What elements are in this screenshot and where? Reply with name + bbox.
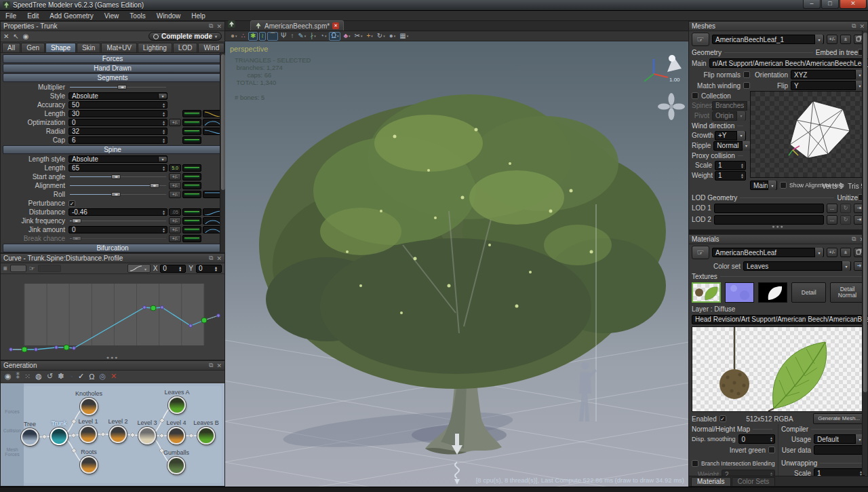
close-panel-icon[interactable]: ✕ (216, 362, 222, 369)
spinner-icons[interactable]: ▲▼ (161, 227, 167, 233)
lod1-field[interactable] (714, 204, 824, 213)
disp-smoothing-field[interactable]: 0▲▼ (738, 434, 775, 444)
cap-field[interactable]: 6▲▼ (68, 136, 167, 144)
tab-all[interactable]: All (2, 43, 20, 52)
drop-icon[interactable]: ◔▾ (319, 32, 328, 41)
chevron-down-icon[interactable]: ▾ (349, 34, 351, 38)
chevron-down-icon[interactable]: ▾ (337, 34, 339, 38)
mesh-preview[interactable] (750, 91, 866, 178)
properties-scrollbar[interactable] (220, 53, 225, 252)
node-level-4[interactable] (167, 427, 185, 444)
lock-icon[interactable]: Ω (89, 373, 94, 381)
chevron-down-icon[interactable]: ▾ (361, 34, 363, 38)
minimize-button[interactable]: – (803, 0, 821, 9)
variance-button[interactable]: +/- (169, 119, 181, 126)
node-level-1[interactable] (79, 425, 97, 443)
flip-dropdown[interactable]: Y ▾ (791, 81, 865, 90)
multiplier-slider[interactable]: ◂▸ (68, 83, 167, 91)
eye-icon[interactable]: ◔ (68, 373, 73, 381)
chevron-down-icon[interactable]: ▾ (325, 34, 327, 38)
photo-sphere-icon[interactable]: ●▾ (229, 32, 239, 41)
curve-control-point[interactable] (22, 347, 27, 352)
alignment-slider[interactable]: ◂▸ (68, 182, 167, 189)
start-angle-slider[interactable]: ◂▸ (68, 173, 167, 181)
detail-normal-texture-button[interactable]: Detail Normal (830, 282, 865, 303)
profile-curve-widget[interactable] (203, 119, 222, 126)
preview-lod-dropdown[interactable]: Main▾ (750, 181, 777, 190)
curve-y-field[interactable]: 0 ▲▼ (196, 265, 222, 273)
check-icon[interactable]: ✓ (78, 372, 84, 381)
profile-curve-widget[interactable] (203, 208, 222, 216)
menu-tools[interactable]: Tools (130, 12, 145, 20)
variance-bar-widget[interactable] (182, 119, 201, 126)
delete-node-icon[interactable]: ✕ (111, 372, 117, 381)
node-gumballs[interactable] (167, 457, 185, 474)
spinner-icons[interactable]: ▲▼ (161, 138, 167, 143)
chevron-down-icon[interactable]: ▾ (814, 248, 823, 257)
curve-swatch-dropdown[interactable] (10, 265, 26, 272)
proxy-weight-field[interactable]: 1▲▼ (715, 171, 746, 181)
spinner-icons[interactable]: ▲▼ (209, 266, 221, 271)
dual-node-icon[interactable]: ⁑ (16, 372, 20, 381)
meshes-panel-titlebar[interactable]: Meshes ⧉ ✕ (689, 22, 867, 31)
node-knotholes[interactable] (80, 398, 98, 415)
leaf-star-icon[interactable]: ✱ (248, 32, 258, 41)
detail-texture-button[interactable]: Detail (791, 282, 826, 303)
viewport-canvas[interactable]: perspective TRIANGLES - SELECTED branche… (225, 41, 688, 487)
chevron-down-icon[interactable]: ▾ (371, 34, 373, 38)
chevron-down-icon[interactable]: ▾ (383, 34, 385, 38)
curve-filter-icon[interactable]: ≡ (3, 265, 7, 272)
gray-sphere-icon[interactable]: ●▾ (388, 32, 397, 41)
query-cursor-icon[interactable]: ↖ (13, 33, 18, 40)
close-panel-icon[interactable]: ✕ (216, 255, 222, 262)
material-selector-dropdown[interactable]: AmericanBeechLeaf ▾ (712, 248, 824, 257)
float-panel-icon[interactable]: ⧉ (852, 22, 856, 30)
variance-badge[interactable]: 5.0 (169, 164, 181, 172)
plus-minus-button[interactable]: ± (840, 35, 851, 44)
chevron-down-icon[interactable]: ▾ (304, 34, 307, 38)
browse-button[interactable]: ... (827, 204, 837, 213)
tab-skin[interactable]: Skin (77, 43, 100, 52)
chevron-down-icon[interactable]: ▾ (842, 261, 850, 271)
browse-button[interactable]: ... (827, 215, 837, 225)
node-roots[interactable] (80, 456, 98, 474)
curve-handle-point[interactable] (161, 306, 164, 309)
diffuse-texture-swatch[interactable] (692, 282, 721, 303)
tab-wind[interactable]: Wind (198, 43, 224, 52)
node-leaves-b[interactable] (197, 427, 215, 444)
length-field[interactable]: 65▲▼ (68, 164, 167, 172)
maximize-button[interactable]: □ (821, 0, 839, 9)
node-cursor-icon[interactable]: ⁙ (24, 372, 31, 381)
variance-button[interactable]: +/- (169, 173, 181, 181)
slider-handle[interactable]: ◂▸ (72, 219, 81, 223)
hand-icon[interactable]: ☞ (692, 33, 709, 46)
curve-handle-point[interactable] (73, 347, 76, 350)
alignment-help-checkbox[interactable] (780, 182, 787, 189)
section-header-forces[interactable]: Forces (3, 54, 222, 63)
break-chance-slider[interactable]: ◂▸ (68, 235, 167, 242)
right-dock-scrollbar[interactable] (862, 31, 867, 475)
add-remove-button[interactable]: +/- (827, 35, 837, 44)
variance-bar-widget[interactable] (182, 110, 201, 117)
jink-frequency-slider[interactable]: ◂▸ (68, 217, 167, 225)
curve-handle-point[interactable] (217, 314, 220, 318)
hand-icon[interactable]: ☞ (692, 246, 709, 259)
variance-button[interactable]: +/- (169, 191, 181, 198)
match-winding-checkbox[interactable] (743, 82, 750, 89)
sprout-icon[interactable]: ↑ (289, 32, 295, 41)
disturbance-field[interactable]: -0.46▲▼ (68, 208, 167, 216)
window-titlebar[interactable]: SpeedTree Modeler v6.2.3 (Games Edition)… (0, 0, 868, 11)
node-level-3[interactable] (138, 427, 156, 444)
chevron-down-icon[interactable]: ▾ (158, 94, 167, 98)
draw-tool-icon[interactable]: ✎▾ (296, 32, 307, 41)
variance-bar-widget[interactable] (182, 128, 201, 135)
generate-mesh-button[interactable]: Generate Mesh... (813, 413, 865, 424)
user-data-field[interactable] (814, 445, 865, 455)
menu-window[interactable]: Window (157, 12, 181, 20)
profile-curve-widget[interactable] (203, 217, 222, 225)
float-panel-icon[interactable]: ⧉ (209, 254, 213, 262)
style-dropdown[interactable]: Absolute▾ (68, 92, 167, 100)
variance-button[interactable]: +/- (169, 217, 181, 225)
variance-button[interactable]: +/- (169, 226, 181, 233)
tab-mat-uv[interactable]: Mat+UV (101, 43, 136, 52)
